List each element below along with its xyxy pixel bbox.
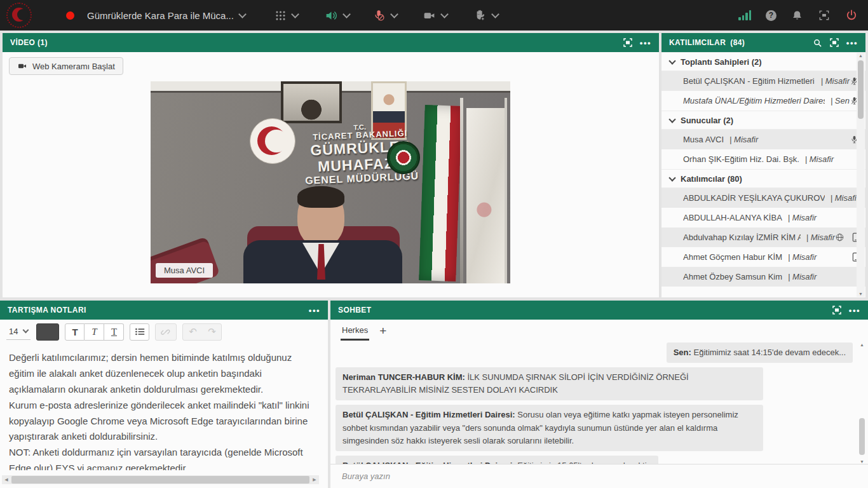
notes-paragraph: Değerli katılımcılarımız; dersin hemen b…	[9, 350, 316, 398]
participant-row[interactable]: ABDULKADİR YEŞİLKAYA ÇUKUROVA KİBA | Mis…	[661, 188, 865, 208]
participant-name: Ahmet Özbey Samsun Kim	[683, 272, 782, 281]
speaker-button[interactable]	[325, 9, 349, 22]
chat-message: Neriman TUNCER-HABUR KİM: İLK SUNUMDA ŞI…	[336, 367, 763, 400]
section-participants[interactable]: Katılımcılar (80)	[661, 169, 865, 188]
chevron-down-icon	[668, 57, 675, 64]
chat-sender: Neriman TUNCER-HABUR KİM:	[342, 372, 465, 382]
participant-name: Mustafa ÜNAL/Eğitim Hizmetleri Dairesi	[683, 96, 825, 105]
participant-row[interactable]: ABDULLAH-ALANYA KİBA | Misafir	[661, 208, 865, 227]
undo-button[interactable]: ↶	[183, 324, 202, 340]
participant-row[interactable]: Ahmet Özbey Samsun Kim | Misafir	[661, 267, 865, 287]
text-color-swatch[interactable]	[36, 323, 59, 341]
video-pod-title: VİDEO (1)	[10, 38, 48, 47]
start-webcam-button[interactable]: Web Kameramı Başlat	[9, 57, 123, 75]
undo-redo-group: ↶ ↷	[182, 323, 222, 341]
link-button[interactable]	[155, 323, 177, 341]
flag-pole-2	[505, 98, 507, 283]
video-pod: VİDEO (1) ••• Web Kameramı Başlat	[3, 33, 659, 297]
chat-pod-menu-icon[interactable]: •••	[849, 306, 860, 315]
participant-row[interactable]: Abdulvahap Kızılay İZMİR KİM A... | Misa…	[661, 227, 865, 247]
raise-hand-chevron-icon[interactable]	[491, 10, 499, 18]
participants-search-icon[interactable]	[813, 38, 822, 48]
video-pod-menu-icon[interactable]: •••	[640, 39, 651, 47]
italic-button[interactable]: T	[85, 323, 104, 341]
grid-chevron-icon[interactable]	[291, 10, 299, 18]
participant-role: | Misafir	[805, 154, 834, 164]
speaker-chevron-icon[interactable]	[342, 10, 351, 18]
notes-paragraph: NOT: Anketi doldurmanız için varsayılan …	[9, 445, 316, 470]
new-chat-tab-button[interactable]: +	[379, 325, 386, 337]
scroll-down-icon[interactable]: ▼	[858, 459, 866, 464]
participant-row[interactable]: Ahmet Göçmen Habur KİM | Misafir	[661, 247, 865, 267]
section-presenters-label: Sunucular (2)	[681, 116, 733, 125]
webcam-button[interactable]	[423, 9, 447, 22]
help-icon[interactable]: ?	[766, 10, 776, 21]
participant-role: | Misafir	[831, 193, 859, 203]
participant-role: | Misafir	[821, 76, 850, 86]
participant-row-clipped	[661, 287, 865, 295]
notes-pod-title: TARTIŞMA NOTLARI	[8, 306, 86, 315]
webcam-small-icon	[17, 61, 27, 71]
microphone-button[interactable]	[372, 9, 397, 22]
fullscreen-icon[interactable]	[818, 9, 831, 22]
notes-pod-menu-icon[interactable]: •••	[309, 306, 320, 315]
notes-horizontal-scrollbar[interactable]: ◀ ▶	[2, 475, 319, 484]
participants-scrollbar[interactable]: ▲ ▼	[857, 53, 865, 297]
chat-input-row	[330, 464, 868, 488]
participant-name: ABDULLAH-ALANYA KİBA	[683, 213, 782, 222]
participant-name: Orhan ŞIK-Eğitim Hiz. Dai. Bşk.	[683, 154, 799, 164]
scroll-right-icon[interactable]: ▶	[310, 477, 319, 482]
video-maximize-icon[interactable]	[623, 38, 632, 47]
scrollbar-thumb[interactable]	[11, 476, 309, 484]
font-size-select[interactable]: 14	[6, 324, 31, 340]
underline-button[interactable]: T	[104, 323, 124, 341]
scroll-up-icon[interactable]: ▲	[858, 342, 866, 347]
webcam-chevron-icon[interactable]	[440, 10, 449, 18]
recording-indicator-icon	[66, 11, 74, 20]
connection-signal-icon[interactable]	[738, 10, 751, 20]
participant-name: Ahmet Göçmen Habur KİM	[683, 252, 782, 262]
chat-text: Eğitimimiz saat 14:15'de devam edecek...	[694, 348, 846, 357]
scroll-down-icon[interactable]: ▼	[857, 292, 865, 296]
chat-tab-bar: Herkes +	[330, 320, 868, 341]
participant-row[interactable]: Musa AVCI | Misafir	[661, 130, 865, 149]
pods-menu-button[interactable]	[275, 10, 298, 22]
chat-input[interactable]	[341, 471, 858, 482]
section-hosts[interactable]: Toplantı Sahipleri (2)	[661, 52, 865, 71]
raise-hand-button[interactable]	[473, 8, 498, 22]
chat-message: Sen: Eğitimimiz saat 14:15'de devam edec…	[667, 342, 853, 363]
participant-row[interactable]: Betül ÇALIŞKAN - Eğitim Hizmetleri D... …	[661, 71, 865, 91]
exit-power-icon[interactable]	[845, 9, 858, 22]
meeting-menu-chevron-icon[interactable]	[238, 10, 247, 18]
scroll-up-icon[interactable]: ▲	[857, 53, 865, 58]
scroll-left-icon[interactable]: ◀	[2, 477, 11, 482]
section-presenters[interactable]: Sunucular (2)	[661, 111, 865, 130]
notifications-bell-icon[interactable]	[791, 10, 803, 22]
notes-text-area[interactable]: Değerli katılımcılarımız; dersin hemen b…	[0, 344, 325, 470]
browser-globe-icon	[835, 233, 844, 242]
participant-row[interactable]: Mustafa ÜNAL/Eğitim Hizmetleri Dairesi |…	[661, 91, 865, 111]
chat-message: Betül ÇALIŞKAN - Eğitim Hizmetleri Daire…	[336, 456, 658, 464]
chat-scrollbar[interactable]: ▲ ▼	[858, 342, 866, 464]
bold-button[interactable]: T	[65, 323, 85, 341]
participants-pod-title: KATILIMCILAR	[669, 38, 726, 47]
notes-toolbar: 14 T T T	[0, 320, 328, 344]
chat-message: Betül ÇALIŞKAN - Eğitim Hizmetleri Daire…	[336, 405, 763, 451]
scrollbar-thumb[interactable]	[858, 60, 864, 119]
scrollbar-thumb[interactable]	[859, 418, 865, 455]
chat-message-list[interactable]: Sen: Eğitimimiz saat 14:15'de devam edec…	[336, 342, 853, 464]
participant-role: | Misafir	[788, 272, 817, 281]
chat-maximize-icon[interactable]	[832, 306, 841, 315]
bullet-list-button[interactable]	[130, 323, 149, 341]
participants-pod-menu-icon[interactable]: •••	[846, 39, 858, 47]
section-hosts-label: Toplantı Sahipleri (2)	[681, 57, 762, 67]
chat-pod: SOHBET ••• Herkes + Sen: Eğitimimiz saat…	[330, 301, 868, 488]
participants-pod: KATILIMCILAR (84) •••	[661, 33, 865, 297]
participants-maximize-icon[interactable]	[830, 38, 839, 47]
grid-icon	[275, 10, 287, 22]
participant-row[interactable]: Orhan ŞIK-Eğitim Hiz. Dai. Bşk. | Misafi…	[661, 149, 865, 169]
redo-button[interactable]: ↷	[202, 324, 221, 340]
tab-everyone[interactable]: Herkes	[341, 320, 369, 341]
microphone-chevron-icon[interactable]	[390, 10, 398, 18]
chat-sender: Betül ÇALIŞKAN - Eğitim Hizmetleri Daire…	[342, 410, 515, 419]
